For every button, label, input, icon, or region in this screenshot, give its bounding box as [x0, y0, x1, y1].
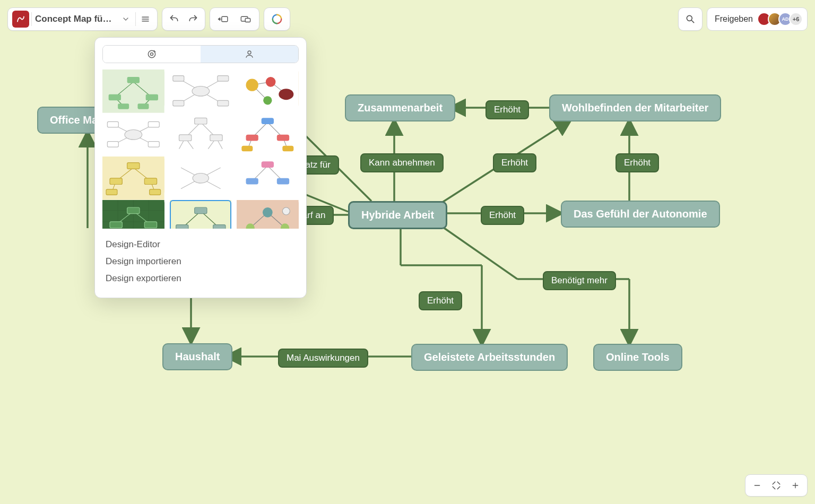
svg-rect-60	[107, 142, 118, 147]
redo-button[interactable]	[184, 10, 203, 29]
concept-node[interactable]: Online Tools	[593, 344, 682, 371]
search-button[interactable]	[681, 10, 700, 29]
share-group[interactable]: Freigeben AD +6	[707, 7, 808, 31]
svg-rect-121	[176, 225, 188, 229]
svg-rect-113	[127, 207, 140, 214]
tab-personal[interactable]	[201, 46, 298, 63]
concept-node[interactable]: Geleistete Arbeitsstunden	[411, 344, 568, 371]
theme-thumbnail[interactable]	[170, 157, 232, 195]
panel-tabs	[102, 45, 299, 63]
edge-label[interactable]: Erhöht	[481, 206, 524, 225]
theme-thumbnail[interactable]	[170, 69, 232, 108]
target-icon	[146, 49, 157, 59]
svg-line-16	[435, 222, 517, 279]
concept-node[interactable]: Zusammenarbeit	[345, 94, 455, 121]
tab-themes[interactable]	[103, 46, 201, 63]
theme-thumbnail[interactable]	[102, 200, 164, 229]
title-dropdown-button[interactable]	[116, 10, 135, 29]
avatar-stack: AD +6	[757, 12, 803, 26]
menu-button[interactable]	[136, 10, 155, 29]
search-icon	[685, 14, 696, 24]
design-button[interactable]	[266, 10, 288, 29]
svg-rect-59	[148, 121, 159, 127]
theme-thumbnails	[102, 69, 299, 229]
svg-rect-42	[172, 100, 184, 106]
theme-thumbnail[interactable]	[237, 200, 299, 229]
view-group	[210, 7, 259, 31]
hamburger-icon	[141, 14, 150, 24]
fit-button[interactable]	[768, 477, 785, 494]
svg-rect-120	[194, 207, 206, 214]
svg-rect-41	[217, 76, 228, 81]
zoom-controls	[745, 474, 808, 497]
link-design-import[interactable]: Design importieren	[106, 253, 296, 270]
svg-point-49	[266, 77, 276, 87]
panel-links: Design-Editor Design importieren Design …	[102, 229, 299, 290]
search-group	[678, 7, 703, 31]
edge-label[interactable]: Kann abnehmen	[360, 153, 444, 172]
link-design-export[interactable]: Design exportieren	[106, 270, 296, 287]
chevron-down-icon	[122, 15, 130, 23]
svg-rect-61	[148, 142, 159, 147]
svg-point-39	[192, 86, 210, 96]
share-label: Freigeben	[715, 14, 753, 24]
svg-point-22	[151, 53, 153, 56]
svg-point-127	[263, 207, 273, 218]
theme-thumbnail[interactable]	[102, 113, 164, 151]
focus-icon	[218, 14, 229, 24]
plus-icon	[791, 481, 800, 490]
svg-rect-30	[109, 94, 121, 101]
svg-rect-101	[262, 161, 274, 168]
svg-point-57	[125, 129, 142, 140]
zoom-in-button[interactable]	[787, 477, 804, 494]
edge-label[interactable]: Erhöht	[493, 153, 536, 172]
zoom-out-button[interactable]	[749, 477, 766, 494]
document-title[interactable]: Concept Map fü…	[32, 14, 116, 24]
design-panel: Design-Editor Design importieren Design …	[94, 37, 307, 298]
edge-label[interactable]: Mai Auswirkungen	[278, 349, 368, 368]
theme-thumbnail[interactable]	[237, 69, 299, 108]
concept-node[interactable]: Haushalt	[162, 343, 232, 370]
app-logo[interactable]	[12, 11, 29, 28]
theme-thumbnail[interactable]	[102, 69, 164, 108]
redo-icon	[188, 14, 198, 24]
svg-rect-87	[127, 163, 140, 169]
avatar-more[interactable]: +6	[789, 12, 803, 26]
svg-rect-116	[170, 200, 232, 229]
svg-rect-32	[118, 103, 129, 109]
palette-icon	[271, 13, 283, 25]
svg-rect-29	[127, 77, 140, 83]
undo-redo-group	[162, 7, 205, 31]
theme-thumbnail[interactable]	[102, 157, 164, 195]
svg-rect-33	[137, 103, 149, 109]
svg-rect-69	[194, 118, 206, 124]
concept-node[interactable]: Das Gefühl der Autonomie	[561, 201, 720, 228]
concept-node-center[interactable]: Hybride Arbeit	[348, 201, 447, 229]
focus-button[interactable]	[212, 10, 235, 29]
edge-label[interactable]: Erhöht	[419, 291, 462, 310]
theme-thumbnail[interactable]	[237, 157, 299, 195]
undo-button[interactable]	[164, 10, 184, 29]
edge-label[interactable]: Benötigt mehr	[543, 271, 616, 290]
svg-rect-2	[245, 18, 250, 22]
present-button[interactable]	[235, 10, 257, 29]
svg-point-130	[283, 207, 290, 215]
svg-rect-90	[106, 189, 117, 195]
svg-rect-81	[283, 146, 294, 151]
link-design-editor[interactable]: Design-Editor	[106, 236, 296, 253]
theme-thumbnail[interactable]	[170, 113, 232, 151]
svg-rect-24	[102, 69, 164, 113]
svg-rect-31	[146, 94, 158, 101]
svg-rect-71	[210, 135, 222, 141]
svg-rect-122	[213, 225, 225, 229]
edge-label[interactable]: Erhöht	[485, 100, 529, 119]
theme-thumbnail[interactable]	[170, 200, 232, 229]
svg-rect-89	[144, 178, 157, 185]
theme-thumbnail[interactable]	[237, 113, 299, 151]
svg-rect-78	[246, 135, 258, 141]
concept-node[interactable]: Wohlbefinden der Mitarbeiter	[549, 94, 721, 121]
svg-rect-40	[172, 76, 184, 81]
edge-label[interactable]: Erhöht	[615, 153, 659, 172]
svg-rect-77	[262, 118, 274, 124]
svg-rect-102	[246, 178, 258, 185]
